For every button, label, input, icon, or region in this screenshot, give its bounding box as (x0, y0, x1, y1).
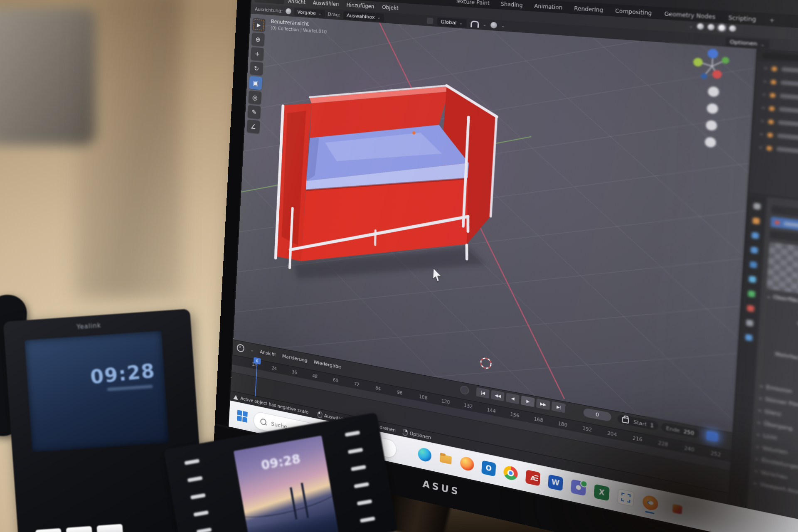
module-key-label[interactable] (190, 493, 206, 500)
timeline-menu-wiedergabe[interactable]: Wiedergabe (313, 359, 341, 370)
properties-tab-icon-2[interactable] (751, 232, 759, 239)
outlook-icon[interactable]: O (481, 460, 496, 476)
phone-key[interactable] (35, 528, 62, 532)
properties-tab-icon-4[interactable] (749, 261, 757, 268)
properties-tab-icon-3[interactable] (750, 246, 758, 254)
object-name-blur (781, 80, 798, 90)
transform-tool-icon[interactable]: ◎ (248, 91, 261, 105)
properties-tab-icon-9[interactable] (745, 334, 752, 341)
shading-material-icon[interactable] (718, 25, 725, 31)
menu-objekt[interactable]: Objekt (382, 4, 399, 11)
mouse-cursor (433, 268, 441, 282)
expander-icon[interactable]: ▸ (762, 106, 765, 110)
mesh-object-icon (768, 119, 774, 124)
timeline-menu-markierung[interactable]: Markierung (282, 353, 308, 363)
module-key-label[interactable] (197, 527, 212, 532)
section-label: Emission (766, 384, 792, 394)
module-key-label[interactable] (187, 476, 203, 482)
chevron-down-icon[interactable]: ⌄ (483, 22, 487, 27)
snap-magnet-icon[interactable] (470, 20, 479, 27)
pivot-icon[interactable] (286, 8, 291, 14)
mesh-object-icon (767, 132, 773, 138)
chevron-down-icon: ⌄ (377, 15, 381, 20)
expander-icon[interactable]: ▸ (763, 92, 766, 97)
move-tool-icon[interactable]: + (251, 47, 264, 61)
expander-icon[interactable]: ▸ (760, 145, 762, 150)
expander-icon[interactable]: ▸ (761, 118, 764, 123)
menu-ausw-hlen[interactable]: Auswählen (313, 0, 339, 7)
scale-tool-icon[interactable]: ▣ (249, 76, 262, 90)
tweak-select-tool-icon[interactable]: ▶ (252, 18, 266, 32)
expander-icon[interactable]: ▸ (764, 79, 766, 84)
z-axis-ball[interactable] (707, 49, 719, 59)
module-key-label[interactable] (351, 465, 366, 471)
properties-tab-icon-7[interactable] (746, 305, 754, 312)
left-mouse-icon (318, 411, 323, 418)
z-axis-neg-ball[interactable] (701, 73, 707, 79)
properties-tab-icon-1[interactable] (752, 217, 760, 224)
orientation-dropdown[interactable]: Vorgabe ⌄ (294, 7, 325, 17)
phone-key[interactable] (96, 524, 123, 532)
windows-start-button[interactable] (237, 410, 248, 423)
cursor-tool-icon[interactable]: ⊕ (251, 32, 265, 46)
warning-icon (233, 394, 238, 400)
timeline-editor-icon[interactable] (236, 343, 244, 352)
shading-wireframe-icon[interactable] (697, 23, 704, 30)
measure-tool-icon[interactable]: ∠ (247, 119, 260, 133)
chevron-down-icon[interactable]: ⌄ (501, 23, 505, 28)
move-view-icon[interactable] (707, 103, 719, 114)
chevron-down-icon[interactable]: ⌄ (689, 23, 693, 28)
object-mode-dropdown[interactable] (254, 0, 284, 4)
properties-tab-icon-5[interactable] (749, 276, 756, 283)
perspective-toggle-icon[interactable] (704, 137, 716, 148)
add-workspace-tab[interactable]: + (763, 15, 781, 27)
frame-tick (232, 360, 252, 364)
firefox-icon[interactable] (460, 456, 474, 472)
annotate-tool-icon[interactable]: ✎ (247, 105, 261, 119)
y-axis-ball[interactable] (693, 57, 703, 67)
x-axis-ball[interactable] (712, 69, 722, 79)
module-key-label[interactable] (357, 499, 372, 505)
chrome-icon[interactable] (503, 465, 518, 481)
3d-cursor (478, 354, 494, 372)
sofa-model[interactable] (274, 71, 498, 309)
menu-ansicht[interactable]: Ansicht (288, 0, 305, 5)
navigation-gizmo[interactable] (691, 47, 734, 86)
y-axis-neg-ball[interactable] (722, 57, 729, 64)
properties-tab-icon-6[interactable] (748, 290, 755, 298)
module-key-label[interactable] (348, 448, 363, 454)
camera-view-icon[interactable] (705, 120, 717, 131)
mesh-object-icon (769, 106, 775, 111)
expander-icon[interactable]: ▸ (761, 132, 763, 136)
outliner-row[interactable]: ▸ (751, 140, 798, 171)
phone-keys (35, 524, 123, 532)
module-key-label[interactable] (354, 482, 369, 488)
explorer-icon[interactable] (438, 451, 453, 468)
phone-screen: 09:28 (25, 331, 169, 452)
rotate-tool-icon[interactable]: ↻ (250, 62, 263, 76)
phone-key[interactable] (66, 526, 93, 532)
edge-icon[interactable] (418, 447, 432, 463)
phone-clock: 09:28 (89, 359, 156, 388)
transform-orientation-dropdown[interactable]: Global ⌄ (437, 17, 467, 27)
mesh-object-icon (771, 79, 776, 85)
expander-icon: ▸ (760, 383, 763, 389)
chevron-down-icon[interactable]: ⌄ (251, 348, 254, 352)
proportional-edit-icon[interactable] (490, 22, 498, 28)
menu-hinzuf-gen[interactable]: Hinzufügen (346, 2, 374, 10)
properties-tab-icon-0[interactable] (753, 203, 761, 210)
timeline-menu-ansicht[interactable]: Ansicht (260, 349, 276, 357)
drag-label: Drag: (328, 11, 340, 17)
right-mouse-icon (402, 429, 407, 436)
shading-solid-icon[interactable] (707, 24, 714, 30)
playhead-flag[interactable]: 0 (254, 357, 261, 365)
properties-tab-icon-8[interactable] (746, 319, 753, 327)
shading-rendered-icon[interactable] (729, 25, 736, 32)
zoom-icon[interactable] (707, 86, 719, 97)
orientation-axes-icon[interactable] (427, 17, 433, 24)
expander-icon[interactable]: ▸ (765, 66, 767, 70)
mesh-object-icon (766, 145, 772, 151)
material-icon (775, 220, 780, 225)
task-view-icon[interactable] (397, 442, 411, 458)
module-key-label[interactable] (193, 510, 209, 517)
